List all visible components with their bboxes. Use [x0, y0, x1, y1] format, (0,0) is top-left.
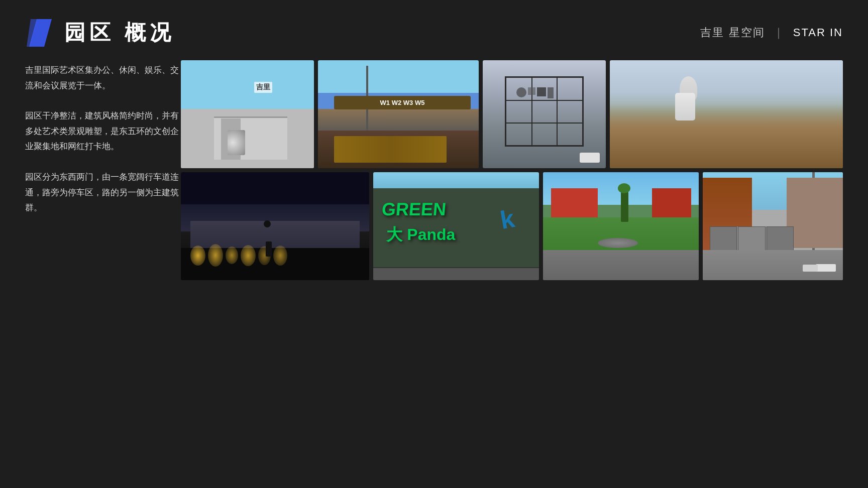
paragraph-1: 吉里国际艺术区集办公、休闲、娱乐、交流和会议展览于一体。 — [25, 63, 181, 93]
paragraph-2: 园区干净整洁，建筑风格简约时尚，并有多处艺术类景观雕塑，是东五环的文创企业聚集地… — [25, 108, 181, 155]
brand-cn: 吉里 星空间 — [700, 26, 765, 39]
brand-header: 吉里 星空间 ｜ STAR IN — [700, 25, 843, 40]
photo-night-building — [181, 172, 369, 280]
page-header: 园区 概况 吉里 星空间 ｜ STAR IN — [0, 0, 868, 60]
paragraph-3: 园区分为东西两门，由一条宽阔行车道连通，路旁为停车区，路的另一侧为主建筑群。 — [25, 170, 181, 216]
photo-portrait — [610, 60, 843, 168]
photo-signs: W1 W2 W3 W5 — [318, 60, 479, 168]
top-image-row: 吉里 W1 W2 W3 W5 — [181, 60, 843, 168]
photo-graffiti: GREEN 大 Panda k — [373, 172, 539, 280]
bottom-image-row: GREEN 大 Panda k — [181, 172, 843, 280]
separator: ｜ — [773, 26, 785, 39]
page-title: 园区 概况 — [64, 19, 175, 47]
content-area: 吉里国际艺术区集办公、休闲、娱乐、交流和会议展览于一体。 园区干净整洁，建筑风格… — [0, 60, 868, 280]
photo-sculpture — [483, 60, 606, 168]
main-layout: 吉里国际艺术区集办公、休闲、娱乐、交流和会议展览于一体。 园区干净整洁，建筑风格… — [25, 60, 843, 280]
photo-entrance: 吉里 — [181, 60, 314, 168]
text-column: 吉里国际艺术区集办公、休闲、娱乐、交流和会议展览于一体。 园区干净整洁，建筑风格… — [25, 60, 181, 280]
photo-park-road — [543, 172, 699, 280]
header-left: 园区 概况 — [25, 15, 175, 50]
logo-icon — [25, 15, 55, 50]
photo-street — [703, 172, 843, 280]
brand-en: STAR IN — [793, 26, 843, 39]
images-area: 吉里 W1 W2 W3 W5 — [181, 60, 843, 280]
